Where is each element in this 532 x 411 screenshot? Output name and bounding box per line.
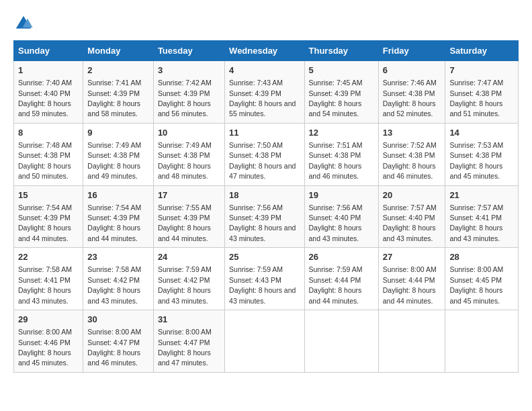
calendar-cell: 11 Sunrise: 7:50 AMSunset: 4:38 PMDaylig… [225, 123, 304, 185]
day-number: 15 [18, 189, 79, 201]
calendar-cell: 24 Sunrise: 7:59 AMSunset: 4:42 PMDaylig… [153, 248, 224, 310]
col-header-wednesday: Wednesday [225, 41, 304, 61]
calendar-cell [378, 310, 445, 373]
day-number: 22 [18, 251, 79, 263]
cell-info: Sunrise: 7:49 AMSunset: 4:38 PMDaylight:… [87, 141, 141, 180]
calendar-header-row: SundayMondayTuesdayWednesdayThursdayFrid… [14, 41, 519, 61]
cell-info: Sunrise: 7:45 AMSunset: 4:39 PMDaylight:… [309, 79, 363, 118]
calendar-cell: 20 Sunrise: 7:57 AMSunset: 4:40 PMDaylig… [378, 185, 445, 248]
calendar-cell [225, 310, 304, 373]
day-number: 12 [309, 127, 374, 139]
calendar-cell: 7 Sunrise: 7:47 AMSunset: 4:38 PMDayligh… [445, 61, 519, 124]
day-number: 6 [383, 64, 441, 77]
calendar-cell: 22 Sunrise: 7:58 AMSunset: 4:41 PMDaylig… [14, 248, 83, 310]
day-number: 4 [229, 64, 300, 77]
logo [13, 13, 36, 34]
cell-info: Sunrise: 8:00 AMSunset: 4:47 PMDaylight:… [158, 328, 212, 367]
calendar-cell: 2 Sunrise: 7:41 AMSunset: 4:39 PMDayligh… [83, 61, 154, 124]
calendar-cell: 29 Sunrise: 8:00 AMSunset: 4:46 PMDaylig… [14, 310, 83, 373]
day-number: 26 [309, 251, 374, 263]
day-number: 25 [229, 251, 300, 263]
week-row-4: 22 Sunrise: 7:58 AMSunset: 4:41 PMDaylig… [14, 248, 519, 310]
calendar-cell: 30 Sunrise: 8:00 AMSunset: 4:47 PMDaylig… [83, 310, 154, 373]
day-number: 13 [383, 127, 441, 139]
calendar-table: SundayMondayTuesdayWednesdayThursdayFrid… [13, 40, 519, 373]
day-number: 31 [158, 314, 220, 326]
cell-info: Sunrise: 7:47 AMSunset: 4:38 PMDaylight:… [449, 79, 503, 118]
week-row-5: 29 Sunrise: 8:00 AMSunset: 4:46 PMDaylig… [14, 310, 519, 373]
col-header-monday: Monday [83, 41, 154, 61]
day-number: 17 [158, 189, 220, 201]
calendar-cell: 28 Sunrise: 8:00 AMSunset: 4:45 PMDaylig… [445, 248, 519, 310]
day-number: 10 [158, 127, 220, 139]
logo-icon [13, 13, 34, 34]
cell-info: Sunrise: 8:00 AMSunset: 4:44 PMDaylight:… [383, 265, 437, 304]
day-number: 2 [87, 64, 149, 77]
cell-info: Sunrise: 7:56 AMSunset: 4:40 PMDaylight:… [309, 203, 363, 242]
cell-info: Sunrise: 8:00 AMSunset: 4:45 PMDaylight:… [449, 265, 503, 304]
day-number: 20 [383, 189, 441, 201]
cell-info: Sunrise: 7:46 AMSunset: 4:38 PMDaylight:… [383, 79, 437, 118]
calendar-cell: 19 Sunrise: 7:56 AMSunset: 4:40 PMDaylig… [304, 185, 378, 248]
col-header-tuesday: Tuesday [153, 41, 224, 61]
calendar-cell: 18 Sunrise: 7:56 AMSunset: 4:39 PMDaylig… [225, 185, 304, 248]
day-number: 24 [158, 251, 220, 263]
cell-info: Sunrise: 7:55 AMSunset: 4:39 PMDaylight:… [158, 203, 212, 242]
day-number: 29 [18, 314, 79, 326]
cell-info: Sunrise: 7:41 AMSunset: 4:39 PMDaylight:… [87, 79, 141, 118]
cell-info: Sunrise: 7:58 AMSunset: 4:41 PMDaylight:… [18, 265, 72, 304]
cell-info: Sunrise: 7:40 AMSunset: 4:40 PMDaylight:… [18, 79, 72, 118]
day-number: 19 [309, 189, 374, 201]
cell-info: Sunrise: 7:49 AMSunset: 4:38 PMDaylight:… [158, 141, 212, 180]
calendar-cell: 21 Sunrise: 7:57 AMSunset: 4:41 PMDaylig… [445, 185, 519, 248]
cell-info: Sunrise: 7:56 AMSunset: 4:39 PMDaylight:… [229, 203, 296, 242]
calendar-cell: 13 Sunrise: 7:52 AMSunset: 4:38 PMDaylig… [378, 123, 445, 185]
calendar-cell: 16 Sunrise: 7:54 AMSunset: 4:39 PMDaylig… [83, 185, 154, 248]
calendar-cell: 5 Sunrise: 7:45 AMSunset: 4:39 PMDayligh… [304, 61, 378, 124]
calendar-cell: 12 Sunrise: 7:51 AMSunset: 4:38 PMDaylig… [304, 123, 378, 185]
cell-info: Sunrise: 7:57 AMSunset: 4:40 PMDaylight:… [383, 203, 437, 242]
col-header-saturday: Saturday [445, 41, 519, 61]
day-number: 28 [449, 251, 514, 263]
day-number: 21 [449, 189, 514, 201]
day-number: 30 [87, 314, 149, 326]
page-header [13, 13, 519, 34]
calendar-cell: 15 Sunrise: 7:54 AMSunset: 4:39 PMDaylig… [14, 185, 83, 248]
calendar-cell: 17 Sunrise: 7:55 AMSunset: 4:39 PMDaylig… [153, 185, 224, 248]
calendar-cell: 25 Sunrise: 7:59 AMSunset: 4:43 PMDaylig… [225, 248, 304, 310]
day-number: 8 [18, 127, 79, 139]
cell-info: Sunrise: 7:52 AMSunset: 4:38 PMDaylight:… [383, 141, 437, 180]
cell-info: Sunrise: 7:57 AMSunset: 4:41 PMDaylight:… [449, 203, 503, 242]
day-number: 23 [87, 251, 149, 263]
calendar-cell: 23 Sunrise: 7:58 AMSunset: 4:42 PMDaylig… [83, 248, 154, 310]
cell-info: Sunrise: 8:00 AMSunset: 4:46 PMDaylight:… [18, 328, 72, 367]
day-number: 16 [87, 189, 149, 201]
cell-info: Sunrise: 7:42 AMSunset: 4:39 PMDaylight:… [158, 79, 212, 118]
calendar-cell: 27 Sunrise: 8:00 AMSunset: 4:44 PMDaylig… [378, 248, 445, 310]
day-number: 27 [383, 251, 441, 263]
calendar-cell: 6 Sunrise: 7:46 AMSunset: 4:38 PMDayligh… [378, 61, 445, 124]
week-row-2: 8 Sunrise: 7:48 AMSunset: 4:38 PMDayligh… [14, 123, 519, 185]
cell-info: Sunrise: 7:58 AMSunset: 4:42 PMDaylight:… [87, 265, 141, 304]
day-number: 7 [449, 64, 514, 77]
cell-info: Sunrise: 7:54 AMSunset: 4:39 PMDaylight:… [87, 203, 141, 242]
week-row-3: 15 Sunrise: 7:54 AMSunset: 4:39 PMDaylig… [14, 185, 519, 248]
cell-info: Sunrise: 8:00 AMSunset: 4:47 PMDaylight:… [87, 328, 141, 367]
day-number: 3 [158, 64, 220, 77]
col-header-sunday: Sunday [14, 41, 83, 61]
col-header-friday: Friday [378, 41, 445, 61]
cell-info: Sunrise: 7:48 AMSunset: 4:38 PMDaylight:… [18, 141, 72, 180]
calendar-cell: 9 Sunrise: 7:49 AMSunset: 4:38 PMDayligh… [83, 123, 154, 185]
cell-info: Sunrise: 7:59 AMSunset: 4:43 PMDaylight:… [229, 265, 296, 304]
calendar-cell: 26 Sunrise: 7:59 AMSunset: 4:44 PMDaylig… [304, 248, 378, 310]
calendar-cell: 14 Sunrise: 7:53 AMSunset: 4:38 PMDaylig… [445, 123, 519, 185]
cell-info: Sunrise: 7:51 AMSunset: 4:38 PMDaylight:… [309, 141, 363, 180]
calendar-cell [445, 310, 519, 373]
day-number: 11 [229, 127, 300, 139]
day-number: 1 [18, 64, 79, 77]
col-header-thursday: Thursday [304, 41, 378, 61]
day-number: 14 [449, 127, 514, 139]
cell-info: Sunrise: 7:54 AMSunset: 4:39 PMDaylight:… [18, 203, 72, 242]
calendar-cell: 31 Sunrise: 8:00 AMSunset: 4:47 PMDaylig… [153, 310, 224, 373]
cell-info: Sunrise: 7:50 AMSunset: 4:38 PMDaylight:… [229, 141, 296, 180]
